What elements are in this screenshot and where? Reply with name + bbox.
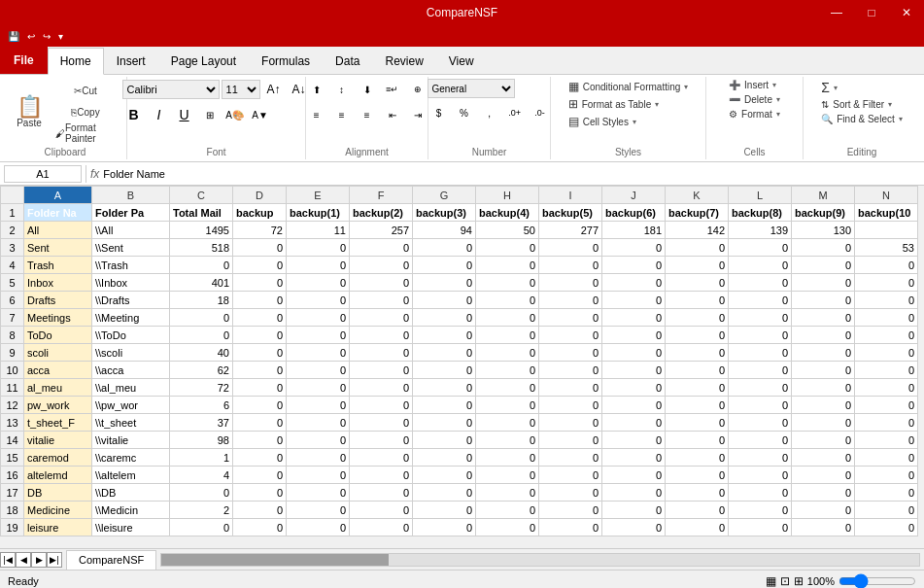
cell-N8[interactable]: 0 bbox=[855, 327, 918, 344]
tab-insert[interactable]: Insert bbox=[104, 47, 158, 74]
conditional-formatting-button[interactable]: ▦ Conditional Formatting ▾ bbox=[566, 79, 691, 94]
cell-D19[interactable]: 0 bbox=[233, 519, 287, 536]
tab-data[interactable]: Data bbox=[323, 47, 372, 74]
cell-H9[interactable]: 0 bbox=[476, 344, 539, 362]
cell-b1[interactable]: Folder Pa bbox=[92, 204, 170, 222]
col-header-m[interactable]: M bbox=[792, 187, 855, 204]
cell-E5[interactable]: 0 bbox=[287, 274, 350, 292]
cell-I7[interactable]: 0 bbox=[539, 309, 602, 327]
cell-B6[interactable]: \\Drafts bbox=[92, 292, 170, 309]
cell-F7[interactable]: 0 bbox=[350, 309, 413, 327]
sheet-prev-button[interactable]: ◀ bbox=[16, 552, 31, 568]
cell-E12[interactable]: 0 bbox=[287, 397, 350, 414]
cell-K13[interactable]: 0 bbox=[666, 414, 729, 432]
cell-I5[interactable]: 0 bbox=[539, 274, 602, 292]
cell-M2[interactable]: 130 bbox=[792, 222, 855, 239]
cell-A7[interactable]: Meetings bbox=[24, 309, 92, 327]
cell-A14[interactable]: vitalie bbox=[24, 432, 92, 449]
col-header-h[interactable]: H bbox=[476, 187, 539, 204]
cell-H14[interactable]: 0 bbox=[476, 432, 539, 449]
cell-I14[interactable]: 0 bbox=[539, 432, 602, 449]
tab-home[interactable]: Home bbox=[48, 48, 104, 75]
cell-H6[interactable]: 0 bbox=[476, 292, 539, 309]
cell-H5[interactable]: 0 bbox=[476, 274, 539, 292]
cell-G14[interactable]: 0 bbox=[413, 432, 476, 449]
cell-L19[interactable]: 0 bbox=[729, 519, 792, 536]
cell-a1[interactable]: Folder Na bbox=[24, 204, 92, 222]
cell-N18[interactable]: 0 bbox=[855, 502, 918, 519]
align-bottom-button[interactable]: ⬇ bbox=[356, 79, 379, 100]
cell-M5[interactable]: 0 bbox=[792, 274, 855, 292]
cell-F10[interactable]: 0 bbox=[350, 362, 413, 379]
cell-m1[interactable]: backup(9) bbox=[792, 204, 855, 222]
cell-B12[interactable]: \\pw_wor bbox=[92, 397, 170, 414]
cell-A18[interactable]: Medicine bbox=[24, 502, 92, 519]
cell-E7[interactable]: 0 bbox=[287, 309, 350, 327]
cell-L11[interactable]: 0 bbox=[729, 379, 792, 397]
cell-H13[interactable]: 0 bbox=[476, 414, 539, 432]
cell-k1[interactable]: backup(7) bbox=[666, 204, 729, 222]
cell-d1[interactable]: backup bbox=[233, 204, 287, 222]
cell-L12[interactable]: 0 bbox=[729, 397, 792, 414]
cell-D15[interactable]: 0 bbox=[233, 449, 287, 467]
cell-G11[interactable]: 0 bbox=[413, 379, 476, 397]
page-layout-view-button[interactable]: ⊡ bbox=[780, 574, 790, 588]
cell-H18[interactable]: 0 bbox=[476, 502, 539, 519]
col-header-f[interactable]: F bbox=[350, 187, 413, 204]
percent-button[interactable]: % bbox=[453, 102, 476, 123]
format-cells-button[interactable]: ⚙ Format ▾ bbox=[727, 108, 782, 121]
undo-qa-button[interactable]: ↩ bbox=[23, 29, 39, 44]
cell-H16[interactable]: 0 bbox=[476, 467, 539, 484]
cell-B10[interactable]: \\acca bbox=[92, 362, 170, 379]
cell-B13[interactable]: \\t_sheet bbox=[92, 414, 170, 432]
cell-G9[interactable]: 0 bbox=[413, 344, 476, 362]
cell-G4[interactable]: 0 bbox=[413, 257, 476, 274]
cell-D10[interactable]: 0 bbox=[233, 362, 287, 379]
cell-g1[interactable]: backup(3) bbox=[413, 204, 476, 222]
sheet-last-button[interactable]: ▶| bbox=[47, 552, 62, 568]
cell-B9[interactable]: \\scoli bbox=[92, 344, 170, 362]
col-header-a[interactable]: A bbox=[24, 187, 92, 204]
cell-C3[interactable]: 518 bbox=[170, 239, 233, 257]
cell-J15[interactable]: 0 bbox=[602, 449, 666, 467]
cell-J17[interactable]: 0 bbox=[602, 484, 666, 502]
cell-K17[interactable]: 0 bbox=[666, 484, 729, 502]
cell-H15[interactable]: 0 bbox=[476, 449, 539, 467]
merge-center-button[interactable]: ⊕ bbox=[406, 79, 429, 100]
tab-formulas[interactable]: Formulas bbox=[249, 47, 323, 74]
cell-E6[interactable]: 0 bbox=[287, 292, 350, 309]
cell-C9[interactable]: 40 bbox=[170, 344, 233, 362]
cell-M16[interactable]: 0 bbox=[792, 467, 855, 484]
cell-K15[interactable]: 0 bbox=[666, 449, 729, 467]
cell-N15[interactable]: 0 bbox=[855, 449, 918, 467]
italic-button[interactable]: I bbox=[148, 104, 171, 125]
cell-M8[interactable]: 0 bbox=[792, 327, 855, 344]
cell-N6[interactable]: 0 bbox=[855, 292, 918, 309]
cell-A13[interactable]: t_sheet_F bbox=[24, 414, 92, 432]
find-select-button[interactable]: 🔍 Find & Select ▾ bbox=[819, 113, 904, 125]
cell-N13[interactable]: 0 bbox=[855, 414, 918, 432]
copy-button[interactable]: ⎘ Copy bbox=[51, 102, 120, 121]
cell-K16[interactable]: 0 bbox=[666, 467, 729, 484]
cell-M17[interactable]: 0 bbox=[792, 484, 855, 502]
cell-J8[interactable]: 0 bbox=[602, 327, 666, 344]
cell-K18[interactable]: 0 bbox=[666, 502, 729, 519]
comma-button[interactable]: , bbox=[478, 102, 501, 123]
cell-K4[interactable]: 0 bbox=[666, 257, 729, 274]
cell-A10[interactable]: acca bbox=[24, 362, 92, 379]
align-right-button[interactable]: ≡ bbox=[356, 104, 379, 125]
cell-f1[interactable]: backup(2) bbox=[350, 204, 413, 222]
cell-M19[interactable]: 0 bbox=[792, 519, 855, 536]
col-header-g[interactable]: G bbox=[413, 187, 476, 204]
bold-button[interactable]: B bbox=[122, 104, 146, 125]
underline-button[interactable]: U bbox=[173, 104, 196, 125]
cell-F15[interactable]: 0 bbox=[350, 449, 413, 467]
cell-M11[interactable]: 0 bbox=[792, 379, 855, 397]
cell-J16[interactable]: 0 bbox=[602, 467, 666, 484]
cell-A6[interactable]: Drafts bbox=[24, 292, 92, 309]
col-header-k[interactable]: K bbox=[666, 187, 729, 204]
font-name-select[interactable]: Calibri bbox=[122, 80, 220, 99]
cell-D5[interactable]: 0 bbox=[233, 274, 287, 292]
cell-L3[interactable]: 0 bbox=[729, 239, 792, 257]
cell-E8[interactable]: 0 bbox=[287, 327, 350, 344]
